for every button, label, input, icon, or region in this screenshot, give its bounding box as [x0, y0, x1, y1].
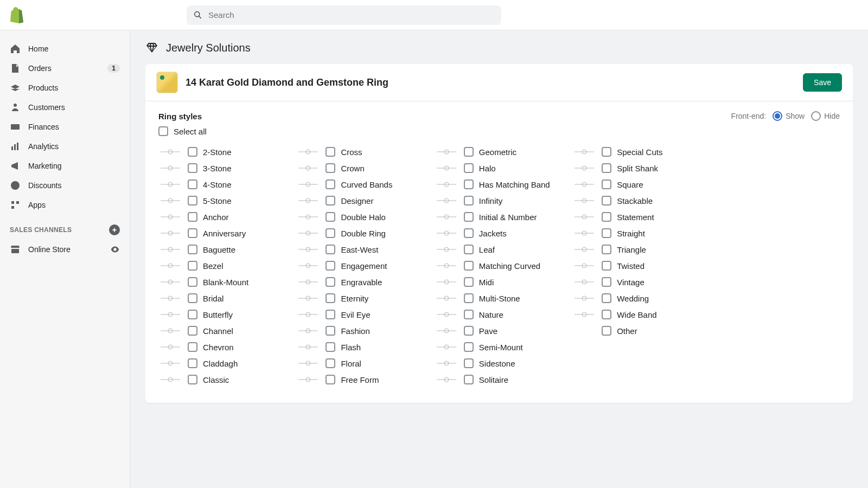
style-checkbox[interactable] [326, 375, 335, 384]
style-option[interactable]: Straight [572, 225, 701, 241]
style-option[interactable]: Square [572, 176, 701, 192]
style-checkbox[interactable] [326, 163, 335, 173]
nav-orders[interactable]: Orders1 [4, 59, 125, 78]
style-checkbox[interactable] [188, 277, 197, 287]
style-option[interactable]: Cross [296, 144, 425, 160]
style-checkbox[interactable] [188, 310, 197, 319]
style-checkbox[interactable] [188, 163, 197, 173]
style-option[interactable]: Pave [435, 323, 564, 339]
style-option[interactable]: Bridal [158, 290, 288, 306]
frontend-hide-option[interactable]: Hide [811, 111, 840, 121]
style-option[interactable]: Vintage [572, 274, 701, 290]
style-option[interactable]: Has Matching Band [435, 176, 564, 192]
style-checkbox[interactable] [602, 228, 611, 238]
nav-customers[interactable]: Customers [4, 98, 125, 117]
style-checkbox[interactable] [602, 293, 611, 303]
nav-products[interactable]: Products [4, 78, 125, 98]
style-checkbox[interactable] [188, 375, 197, 384]
nav-store[interactable]: Online Store [4, 240, 125, 259]
style-option[interactable]: Infinity [435, 192, 564, 209]
style-checkbox[interactable] [188, 228, 197, 238]
style-checkbox[interactable] [326, 212, 335, 222]
style-option[interactable]: Nature [435, 306, 564, 323]
style-option[interactable]: Twisted [572, 258, 701, 274]
frontend-show-option[interactable]: Show [773, 111, 805, 121]
style-checkbox[interactable] [464, 342, 474, 352]
style-option[interactable]: Stackable [572, 192, 701, 209]
style-option[interactable]: Sidestone [435, 355, 564, 371]
style-option[interactable]: Butterfly [158, 306, 288, 323]
style-option[interactable]: Solitaire [435, 371, 564, 388]
style-checkbox[interactable] [602, 277, 611, 287]
style-option[interactable]: Channel [158, 323, 288, 339]
style-option[interactable]: Jackets [435, 225, 564, 241]
style-option[interactable]: Eternity [296, 290, 425, 306]
style-option[interactable]: Wedding [572, 290, 701, 306]
style-option[interactable]: Geometric [435, 144, 564, 160]
style-option[interactable]: Baguette [158, 241, 288, 258]
style-checkbox[interactable] [602, 147, 611, 157]
style-checkbox[interactable] [188, 212, 197, 222]
style-option[interactable]: Initial & Number [435, 209, 564, 225]
style-checkbox[interactable] [188, 179, 197, 189]
style-option[interactable]: Crown [296, 160, 425, 176]
style-checkbox[interactable] [464, 375, 474, 384]
style-option[interactable]: Double Halo [296, 209, 425, 225]
style-option[interactable]: Flash [296, 339, 425, 355]
style-option[interactable]: Split Shank [572, 160, 701, 176]
radio-hide[interactable] [811, 111, 821, 121]
style-checkbox[interactable] [464, 310, 474, 319]
save-button[interactable]: Save [803, 73, 842, 92]
style-checkbox[interactable] [326, 261, 335, 271]
style-checkbox[interactable] [602, 245, 611, 254]
nav-analytics[interactable]: Analytics [4, 137, 125, 156]
style-checkbox[interactable] [188, 293, 197, 303]
select-all-row[interactable]: Select all [158, 126, 840, 136]
search-input[interactable] [208, 10, 495, 20]
style-option[interactable]: 3-Stone [158, 160, 288, 176]
style-option[interactable]: Wide Band [572, 306, 701, 323]
style-checkbox[interactable] [326, 147, 335, 157]
style-checkbox[interactable] [326, 277, 335, 287]
style-checkbox[interactable] [464, 228, 474, 238]
style-checkbox[interactable] [326, 326, 335, 336]
style-checkbox[interactable] [188, 196, 197, 206]
style-option[interactable]: Claddagh [158, 355, 288, 371]
style-option[interactable]: Fashion [296, 323, 425, 339]
style-option[interactable]: Special Cuts [572, 144, 701, 160]
style-checkbox[interactable] [464, 358, 474, 368]
style-option[interactable]: 5-Stone [158, 192, 288, 209]
radio-show[interactable] [773, 111, 782, 121]
style-checkbox[interactable] [188, 261, 197, 271]
style-option[interactable]: 4-Stone [158, 176, 288, 192]
nav-finances[interactable]: Finances [4, 117, 125, 137]
style-option[interactable]: Blank-Mount [158, 274, 288, 290]
style-option[interactable]: Free Form [296, 371, 425, 388]
style-option[interactable]: Halo [435, 160, 564, 176]
style-option[interactable]: Bezel [158, 258, 288, 274]
style-checkbox[interactable] [464, 326, 474, 336]
style-option[interactable]: Classic [158, 371, 288, 388]
style-checkbox[interactable] [464, 261, 474, 271]
style-checkbox[interactable] [602, 326, 611, 336]
style-checkbox[interactable] [326, 293, 335, 303]
style-option[interactable]: Evil Eye [296, 306, 425, 323]
style-checkbox[interactable] [188, 326, 197, 336]
view-icon[interactable] [110, 245, 120, 254]
style-option[interactable]: Chevron [158, 339, 288, 355]
nav-home[interactable]: Home [4, 39, 125, 59]
style-checkbox[interactable] [464, 245, 474, 254]
style-checkbox[interactable] [188, 342, 197, 352]
style-checkbox[interactable] [602, 179, 611, 189]
style-checkbox[interactable] [464, 163, 474, 173]
style-option[interactable]: Statement [572, 209, 701, 225]
style-checkbox[interactable] [464, 147, 474, 157]
style-checkbox[interactable] [326, 342, 335, 352]
style-checkbox[interactable] [326, 228, 335, 238]
style-checkbox[interactable] [188, 245, 197, 254]
style-option[interactable]: Leaf [435, 241, 564, 258]
style-checkbox[interactable] [602, 196, 611, 206]
style-option[interactable]: Anchor [158, 209, 288, 225]
nav-apps[interactable]: Apps [4, 195, 125, 215]
add-channel-button[interactable]: + [109, 224, 120, 235]
